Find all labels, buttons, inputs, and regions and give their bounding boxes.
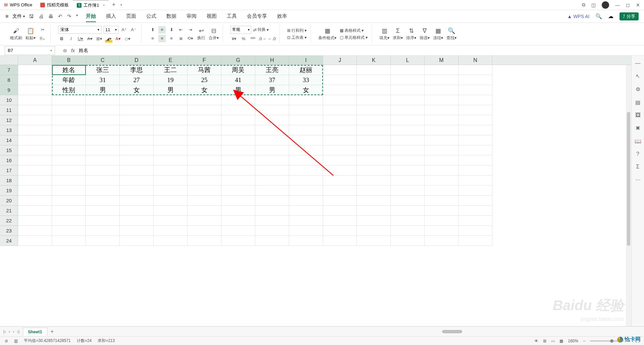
settings-panel-icon[interactable]: ⚙ <box>636 86 640 92</box>
cell[interactable] <box>357 155 391 165</box>
font-color-icon[interactable]: A▾ <box>114 35 122 43</box>
cell[interactable] <box>425 145 459 155</box>
redo-icon[interactable]: ↷ <box>67 13 71 19</box>
more-panel-icon[interactable]: ⋯ <box>635 177 641 183</box>
cell[interactable]: 赵丽 <box>289 65 323 75</box>
tab-insert[interactable]: 插入 <box>106 13 116 19</box>
cell[interactable] <box>459 135 492 145</box>
row-17[interactable]: 17 <box>0 165 18 176</box>
comma-icon[interactable]: ººº <box>249 35 257 43</box>
cell[interactable] <box>425 155 459 165</box>
cell[interactable] <box>18 216 52 226</box>
export-icon[interactable]: 🖨 <box>39 13 44 19</box>
cell[interactable] <box>357 226 391 236</box>
cell[interactable] <box>18 115 52 125</box>
cell[interactable] <box>187 206 221 216</box>
percent-icon[interactable]: % <box>240 35 247 43</box>
cell[interactable] <box>18 65 52 75</box>
cell[interactable]: 男 <box>86 85 120 95</box>
cell[interactable] <box>187 196 221 206</box>
cell[interactable] <box>357 105 391 115</box>
avatar[interactable] <box>602 1 609 9</box>
select-tool-icon[interactable]: ↖ <box>636 73 640 79</box>
cell[interactable] <box>459 155 492 165</box>
cell[interactable] <box>357 216 391 226</box>
tab-view[interactable]: 视图 <box>207 13 217 19</box>
row-11[interactable]: 11 <box>0 105 18 115</box>
cell[interactable] <box>323 135 357 145</box>
cell[interactable] <box>187 165 221 176</box>
cond-format-button[interactable]: ▦条件格式▾ <box>318 27 336 41</box>
cell[interactable] <box>425 75 459 85</box>
cell[interactable] <box>18 206 52 216</box>
cell[interactable] <box>323 95 357 105</box>
wrap-button[interactable]: ↩换行 <box>197 27 205 41</box>
border-icon[interactable]: ⊞▾ <box>96 35 103 43</box>
cell[interactable] <box>120 115 154 125</box>
cell[interactable] <box>18 176 52 186</box>
cell[interactable] <box>391 186 425 196</box>
cell[interactable] <box>86 135 120 145</box>
row-22[interactable]: 22 <box>0 216 18 226</box>
cell[interactable] <box>391 165 425 176</box>
cell[interactable] <box>52 115 86 125</box>
hamburger-icon[interactable]: ≡ <box>5 13 8 19</box>
cell[interactable] <box>221 226 255 236</box>
collapse-panel-icon[interactable]: — <box>635 60 641 66</box>
view-eye-icon[interactable]: 👁 <box>534 339 538 343</box>
cell[interactable] <box>459 115 492 125</box>
cell[interactable]: 41 <box>221 75 255 85</box>
cell[interactable] <box>187 105 221 115</box>
cell[interactable] <box>187 115 221 125</box>
file-button[interactable]: 文件▾ <box>12 13 25 19</box>
cell[interactable] <box>289 236 323 246</box>
name-box[interactable]: B7▾ <box>5 46 55 55</box>
cell[interactable] <box>255 95 289 105</box>
strikethrough-icon[interactable]: A▾ <box>86 35 94 43</box>
decrease-font-icon[interactable]: A⁻ <box>130 26 137 33</box>
status-indicator-icon[interactable]: ⊘ <box>5 339 8 343</box>
tab-member[interactable]: 会员专享 <box>247 13 267 19</box>
view-page-icon[interactable]: ▦ <box>559 339 563 343</box>
bold-icon[interactable]: B <box>58 35 65 43</box>
cell[interactable] <box>425 125 459 135</box>
cell[interactable] <box>323 115 357 125</box>
add-tab-button[interactable]: + <box>109 1 119 8</box>
cell[interactable] <box>86 196 120 206</box>
cell[interactable] <box>255 226 289 236</box>
workbook-tab[interactable]: S 工作簿1 • <box>73 0 109 10</box>
cell[interactable] <box>187 236 221 246</box>
cell[interactable] <box>86 186 120 196</box>
minimize-icon[interactable]: — <box>615 2 620 8</box>
cell[interactable] <box>18 95 52 105</box>
tab-efficiency[interactable]: 效率 <box>277 13 287 19</box>
cell[interactable] <box>425 176 459 186</box>
cell[interactable] <box>459 176 492 186</box>
fill-color-icon[interactable]: ◢▾ <box>105 35 112 43</box>
cell[interactable] <box>86 115 120 125</box>
sum-button[interactable]: Σ求和▾ <box>393 27 403 41</box>
cell[interactable] <box>154 105 187 115</box>
select-all-corner[interactable] <box>0 56 18 65</box>
cell[interactable] <box>357 125 391 135</box>
cell[interactable] <box>221 165 255 176</box>
cell[interactable] <box>391 236 425 246</box>
sigma-panel-icon[interactable]: Σ <box>636 164 640 170</box>
cell[interactable] <box>425 226 459 236</box>
cell[interactable]: 25 <box>187 75 221 85</box>
cell[interactable] <box>154 135 187 145</box>
cell[interactable] <box>120 105 154 115</box>
cell[interactable] <box>425 206 459 216</box>
cell[interactable] <box>459 186 492 196</box>
cell[interactable] <box>187 186 221 196</box>
cell[interactable] <box>18 135 52 145</box>
cell[interactable] <box>86 176 120 186</box>
vscroll-thumb[interactable] <box>627 112 630 246</box>
image-panel-icon[interactable]: 🖼 <box>635 112 641 118</box>
qat-more-icon[interactable]: ▾ <box>76 13 78 19</box>
cell[interactable] <box>187 176 221 186</box>
cell[interactable] <box>391 65 425 75</box>
cell[interactable] <box>289 155 323 165</box>
cell[interactable] <box>52 135 86 145</box>
row-14[interactable]: 14 <box>0 135 18 145</box>
